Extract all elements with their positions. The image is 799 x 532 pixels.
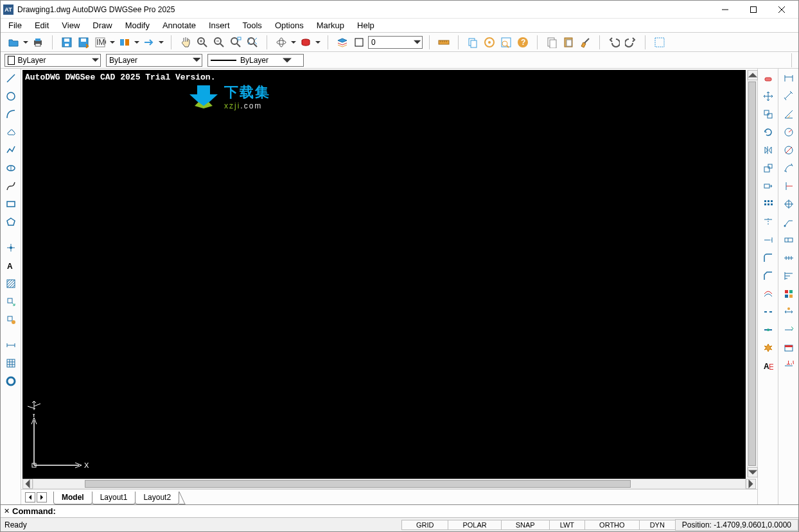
- zoom-extents-button[interactable]: [245, 35, 260, 50]
- tab-next-button[interactable]: [37, 492, 47, 502]
- dim-diameter-tool[interactable]: [782, 143, 796, 157]
- print-button[interactable]: [30, 35, 46, 50]
- export-image-button[interactable]: IMG: [92, 35, 108, 50]
- arc-tool[interactable]: [4, 107, 18, 121]
- layer-color-button[interactable]: [351, 35, 367, 50]
- table-tool[interactable]: [4, 356, 18, 370]
- ortho-toggle[interactable]: ORTHO: [584, 520, 640, 530]
- menu-markup[interactable]: Markup: [310, 19, 351, 31]
- visual-style-button[interactable]: [298, 35, 313, 50]
- 3d-orbit-dropdown[interactable]: [290, 40, 297, 45]
- minimize-button[interactable]: [711, 1, 739, 19]
- menu-insert[interactable]: Insert: [202, 19, 236, 31]
- erase-tool[interactable]: [761, 71, 775, 85]
- polar-toggle[interactable]: POLAR: [448, 520, 501, 530]
- brush-button[interactable]: [577, 35, 593, 50]
- leader-tool[interactable]: [782, 215, 796, 229]
- compare-button[interactable]: [117, 35, 132, 50]
- copy-button[interactable]: [465, 35, 480, 50]
- mirror-tool[interactable]: [761, 143, 775, 157]
- scroll-right-button[interactable]: [746, 479, 756, 489]
- dim-edit-tool[interactable]: [782, 323, 796, 337]
- dim-ordinate-tool[interactable]: [782, 179, 796, 193]
- select-window-button[interactable]: [652, 35, 667, 50]
- donut-tool[interactable]: [4, 374, 18, 388]
- scroll-up-button[interactable]: [748, 70, 758, 80]
- horizontal-scrollbar[interactable]: [22, 479, 756, 489]
- dim-override-tool[interactable]: 1.0: [782, 359, 796, 373]
- qdim-tool[interactable]: [782, 287, 796, 301]
- dim-aligned-tool[interactable]: [782, 89, 796, 103]
- layer-manager-button[interactable]: [335, 35, 350, 50]
- cmdline-close-button[interactable]: ✕: [2, 507, 11, 516]
- open-dropdown[interactable]: [22, 40, 29, 45]
- color-input[interactable]: [17, 56, 89, 65]
- linetype-selector[interactable]: [106, 54, 202, 67]
- block-create-tool[interactable]: [4, 313, 18, 327]
- layer-selector[interactable]: [368, 36, 423, 49]
- lineweight-selector[interactable]: [207, 54, 304, 67]
- dim-linear-tool[interactable]: [782, 71, 796, 85]
- circle-tool[interactable]: [4, 89, 18, 103]
- zoom-out-button[interactable]: [211, 35, 227, 50]
- snap-toggle[interactable]: SNAP: [501, 520, 550, 530]
- rotate-tool[interactable]: [761, 125, 775, 139]
- lineweight-input[interactable]: [240, 56, 279, 65]
- undo-button[interactable]: [606, 35, 622, 50]
- spline-tool[interactable]: [4, 179, 18, 193]
- extend-tool[interactable]: [761, 233, 775, 247]
- menu-edit[interactable]: Edit: [28, 19, 55, 31]
- close-button[interactable]: [768, 1, 796, 19]
- menu-help[interactable]: Help: [351, 19, 381, 31]
- tab-layout2[interactable]: Layout2: [135, 492, 179, 504]
- tolerance-tool[interactable]: [782, 233, 796, 247]
- polygon-tool[interactable]: [4, 215, 18, 229]
- compare-dropdown[interactable]: [134, 40, 140, 45]
- polyline-tool[interactable]: [4, 143, 18, 157]
- pan-button[interactable]: [178, 35, 193, 50]
- layer-selector-input[interactable]: [371, 38, 411, 47]
- save-button[interactable]: [59, 35, 75, 50]
- join-tool[interactable]: [761, 323, 775, 337]
- hatch-tool[interactable]: [4, 277, 18, 291]
- tab-prev-button[interactable]: [25, 492, 35, 502]
- menu-modify[interactable]: Modify: [119, 19, 156, 31]
- scroll-thumb[interactable]: [748, 82, 756, 466]
- line-tool[interactable]: [4, 71, 18, 85]
- move-tool[interactable]: [761, 89, 775, 103]
- find-button[interactable]: [482, 35, 497, 50]
- tab-layout1[interactable]: Layout1: [92, 492, 136, 504]
- dim-radius-tool[interactable]: [782, 125, 796, 139]
- scroll-thumb[interactable]: [85, 480, 631, 488]
- menu-file[interactable]: File: [2, 19, 28, 31]
- fillet-tool[interactable]: [761, 251, 775, 265]
- trim-tool[interactable]: [761, 215, 775, 229]
- dyn-toggle[interactable]: DYN: [639, 520, 676, 530]
- color-selector[interactable]: [4, 54, 101, 67]
- export-dropdown[interactable]: [109, 40, 116, 45]
- text-tool[interactable]: A: [4, 259, 18, 273]
- vertical-scrollbar[interactable]: [747, 70, 757, 477]
- save-as-button[interactable]: [76, 35, 91, 50]
- dim-arc-tool[interactable]: [782, 161, 796, 175]
- zoom-in-button[interactable]: [195, 35, 210, 50]
- scale-tool[interactable]: [761, 161, 775, 175]
- redo-button[interactable]: [623, 35, 638, 50]
- offset-tool[interactable]: [761, 287, 775, 301]
- scroll-left-button[interactable]: [22, 479, 33, 489]
- maximize-button[interactable]: [739, 1, 768, 19]
- menu-options[interactable]: Options: [268, 19, 310, 31]
- clipboard-paste-button[interactable]: [561, 35, 576, 50]
- grid-toggle[interactable]: GRID: [401, 520, 449, 530]
- dim-style-tool[interactable]: [782, 305, 796, 319]
- open-button[interactable]: [6, 35, 21, 50]
- drawing-canvas[interactable]: AutoDWG DWGSee CAD 2025 Trial Version. 下…: [22, 70, 746, 479]
- stretch-tool[interactable]: [761, 179, 775, 193]
- ellipse-tool[interactable]: [4, 161, 18, 175]
- point-tool[interactable]: [4, 241, 18, 255]
- menu-tools[interactable]: Tools: [236, 19, 268, 31]
- text-edit-tool[interactable]: AE: [761, 359, 775, 373]
- dimension-tool[interactable]: [4, 338, 18, 352]
- lwt-toggle[interactable]: LWT: [549, 520, 585, 530]
- break-tool[interactable]: [761, 305, 775, 319]
